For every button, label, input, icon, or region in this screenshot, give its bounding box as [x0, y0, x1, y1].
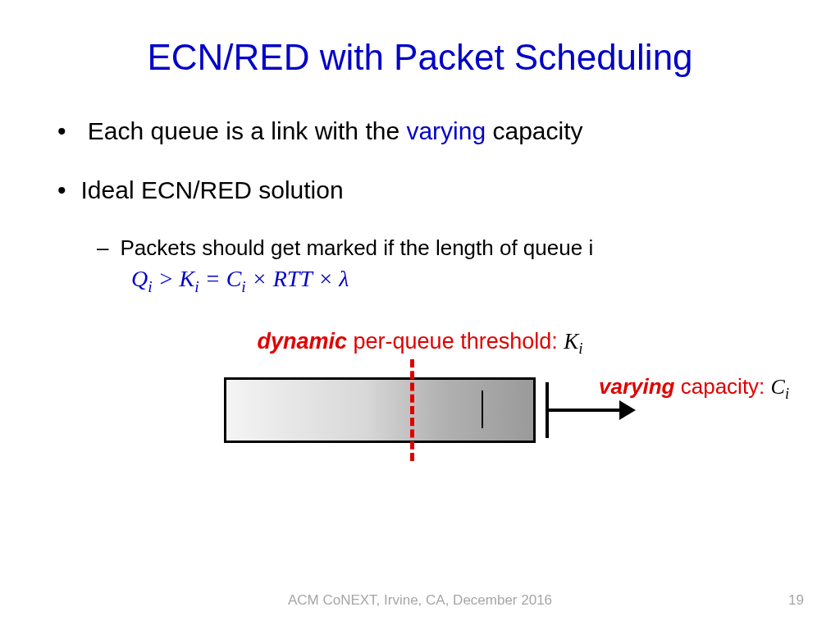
slide: ECN/RED with Packet Scheduling Each queu… [0, 0, 840, 630]
f-Q: Q [131, 266, 148, 291]
bullet-list: Each queue is a link with the varying ca… [57, 117, 783, 261]
f-lambda: λ [339, 266, 349, 291]
queue-tick [482, 390, 483, 428]
cl-mid: capacity: [675, 374, 771, 399]
f-C: C [226, 266, 242, 291]
threshold-caption: dynamic per-queue threshold: Ki [57, 329, 783, 358]
threshold-line [410, 359, 414, 461]
b1-post: capacity [486, 117, 582, 144]
cl-C: C [771, 375, 785, 399]
f-RTT: RTT [273, 266, 313, 291]
cap-bold: dynamic [258, 329, 348, 354]
f-K: K [180, 266, 195, 291]
arrow-head-icon [619, 400, 636, 420]
f-t2: × [312, 266, 339, 291]
cl-Ci: i [785, 386, 789, 402]
formula: Qi > Ki = Ci × RTT × λ [131, 266, 783, 296]
queue-diagram: varying capacity: Ci [217, 368, 792, 482]
cap-Ki: i [578, 340, 582, 357]
cap-mid: per-queue threshold: [347, 329, 564, 354]
bullet-2-sub: Packets should get marked if the length … [97, 235, 783, 261]
f-gt: > [153, 266, 180, 291]
b1-pre: Each queue is a link with the [88, 117, 407, 144]
f-t1: × [246, 266, 273, 291]
slide-title: ECN/RED with Packet Scheduling [57, 37, 783, 78]
cap-K: K [564, 329, 578, 354]
bullet-2: Ideal ECN/RED solution [57, 176, 783, 204]
b1-hl: varying [406, 117, 486, 144]
arrow-line [547, 409, 625, 412]
page-number: 19 [788, 592, 804, 609]
footer-text: ACM CoNEXT, Irvine, CA, December 2016 [0, 592, 840, 609]
f-eq: = [199, 266, 226, 291]
cl-bold: varying [599, 374, 675, 399]
capacity-label: varying capacity: Ci [599, 374, 789, 403]
queue-box [224, 377, 536, 443]
bullet-1: Each queue is a link with the varying ca… [57, 117, 783, 145]
